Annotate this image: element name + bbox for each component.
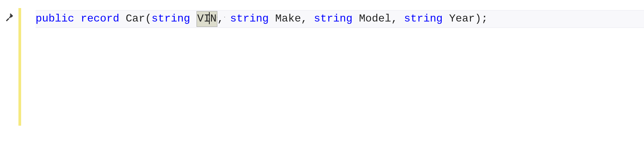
comma-2: ,	[301, 12, 314, 25]
keyword-string-3: string	[314, 12, 353, 25]
comma-1: ,	[217, 12, 230, 25]
param-make: Make	[275, 12, 301, 25]
keyword-public: public	[36, 12, 74, 25]
code-editor[interactable]: public record Car(string VIN, string Mak…	[0, 0, 644, 168]
editor-gutter	[0, 0, 19, 168]
selected-identifier[interactable]: VIN	[197, 11, 217, 27]
code-line-1[interactable]: public record Car(string VIN, string Mak…	[36, 10, 644, 28]
close-paren-semicolon: );	[475, 12, 488, 25]
hammer-icon[interactable]	[5, 12, 15, 22]
param-model: Model	[359, 12, 391, 25]
comma-3: ,	[391, 12, 404, 25]
keyword-string-4: string	[404, 12, 443, 25]
keyword-string-1: string	[152, 12, 190, 25]
keyword-record: record	[80, 12, 119, 25]
param-year: Year	[449, 12, 475, 25]
text-caret	[209, 12, 210, 24]
code-text-area[interactable]: public record Car(string VIN, string Mak…	[19, 0, 644, 168]
keyword-string-2: string	[230, 12, 269, 25]
open-paren: (	[145, 12, 151, 25]
type-name: Car	[126, 12, 145, 25]
